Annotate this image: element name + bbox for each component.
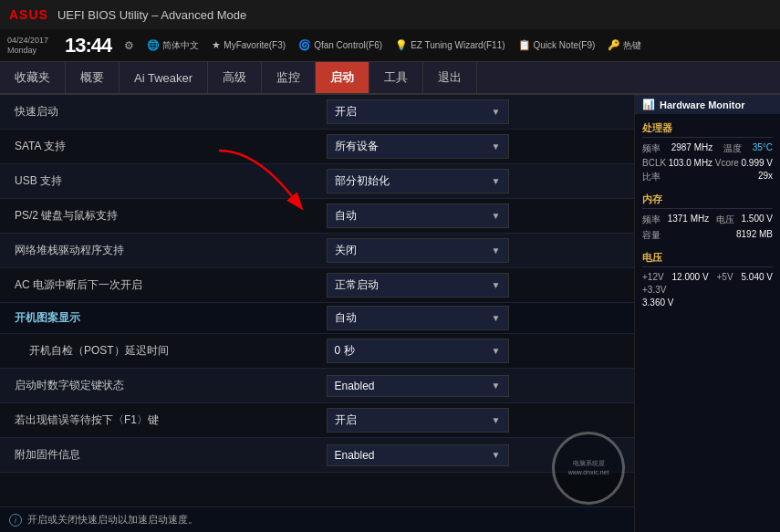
boot-logo-dropdown[interactable]: 自动 ▼ — [327, 306, 509, 330]
table-row: 开机自检（POST）延迟时间 0 秒 ▼ — [0, 334, 634, 369]
setting-value: 开启 ▼ — [317, 408, 635, 433]
ps2-dropdown[interactable]: 自动 ▼ — [327, 203, 509, 228]
bclk-value: 103.0 MHz — [669, 158, 712, 168]
clock-display: 13:44 — [65, 34, 111, 57]
setting-value: 开启 ▼ — [317, 99, 635, 124]
key-icon: 🔑 — [608, 39, 620, 51]
nav-item-boot[interactable]: 启动 — [316, 62, 369, 93]
monitor-row: +12V 12.000 V +5V 5.040 V — [642, 272, 773, 282]
bulb-icon: 💡 — [395, 39, 408, 51]
window-title: UEFI BIOS Utility – Advanced Mode — [57, 8, 246, 22]
sata-dropdown[interactable]: 所有设备 ▼ — [327, 134, 509, 159]
language-button[interactable]: 🌐 简体中文 — [147, 39, 199, 52]
setting-value: 所有设备 ▼ — [317, 134, 635, 159]
numlock-dropdown[interactable]: Enabled ▼ — [327, 375, 509, 397]
table-row: USB 支持 部分初始化 ▼ — [0, 164, 634, 199]
globe-icon: 🌐 — [147, 39, 160, 51]
setting-label: 开机自检（POST）延迟时间 — [0, 343, 317, 359]
monitor-row: 频率 1371 MHz 电压 1.500 V — [642, 214, 773, 226]
dropdown-value: 自动 — [335, 208, 357, 224]
setting-label: 附加固件信息 — [0, 447, 317, 463]
main-layout: 快速启动 开启 ▼ SATA 支持 所有设备 ▼ — [0, 95, 780, 532]
quicknote-button[interactable]: 📋 Quick Note(F9) — [518, 39, 596, 51]
mem-volt-label: 电压 — [716, 214, 734, 226]
status-bar: i 开启或关闭快速启动以加速启动速度。 — [0, 506, 634, 532]
setting-label: SATA 支持 — [0, 139, 317, 154]
ratio-value: 29x — [758, 171, 773, 183]
vcore-value: 0.999 V — [741, 158, 772, 168]
chevron-down-icon: ▼ — [492, 280, 501, 290]
setting-label: PS/2 键盘与鼠标支持 — [0, 208, 317, 224]
setting-value: 自动 ▼ — [317, 306, 635, 330]
info-icon-text: i — [15, 516, 16, 525]
cpu-section: 处理器 频率 2987 MHz 温度 35°C BCLK 103.0 MHz V… — [642, 121, 773, 183]
star-icon: ★ — [212, 39, 221, 51]
myfavorite-button[interactable]: ★ MyFavorite(F3) — [212, 39, 286, 51]
nav-item-exit[interactable]: 退出 — [423, 62, 477, 93]
dropdown-value: Enabled — [335, 449, 375, 462]
fan-icon: 🌀 — [298, 39, 311, 51]
section-header-label: 开机图案显示 — [0, 310, 317, 326]
firmware-info-dropdown[interactable]: Enabled ▼ — [327, 444, 509, 466]
status-text: 开启或关闭快速启动以加速启动速度。 — [27, 513, 198, 527]
chevron-down-icon: ▼ — [492, 346, 501, 356]
5v-label: +5V — [717, 272, 733, 282]
ac-power-dropdown[interactable]: 正常启动 ▼ — [327, 273, 509, 297]
table-row: SATA 支持 所有设备 ▼ — [0, 130, 634, 164]
chevron-down-icon: ▼ — [492, 381, 501, 391]
33v-label: +3.3V — [642, 285, 666, 295]
monitor-row: 比率 29x — [642, 171, 773, 183]
nav-item-tools[interactable]: 工具 — [369, 62, 423, 93]
hardware-monitor-panel: 📊 Hardware Monitor 处理器 频率 2987 MHz 温度 35… — [634, 95, 780, 532]
mem-volt-value: 1.500 V — [742, 214, 773, 226]
nav-item-overview[interactable]: 概要 — [66, 62, 120, 93]
eztuning-button[interactable]: 💡 EZ Tuning Wizard(F11) — [395, 39, 504, 51]
chevron-down-icon: ▼ — [492, 211, 501, 221]
mem-cap-label: 容量 — [642, 229, 660, 242]
usb-dropdown[interactable]: 部分初始化 ▼ — [327, 169, 509, 193]
qfan-button[interactable]: 🌀 Qfan Control(F6) — [298, 39, 382, 51]
dropdown-value: 所有设备 — [335, 139, 379, 154]
dropdown-value: 开启 — [335, 104, 357, 120]
vcore-label: Vcore — [715, 158, 739, 168]
setting-value: Enabled ▼ — [317, 444, 635, 466]
freq-label: 频率 — [642, 142, 660, 155]
table-row: 附加固件信息 Enabled ▼ — [0, 438, 634, 473]
quickboot-dropdown[interactable]: 开启 ▼ — [327, 99, 509, 124]
nav-item-ai-tweaker[interactable]: Ai Tweaker — [120, 62, 208, 93]
nav-item-favorites[interactable]: 收藏夹 — [0, 62, 66, 93]
dropdown-value: 部分初始化 — [335, 173, 390, 189]
qfan-label: Qfan Control(F6) — [314, 40, 382, 50]
f1-error-dropdown[interactable]: 开启 ▼ — [327, 408, 509, 433]
setting-label: USB 支持 — [0, 173, 317, 189]
hardware-monitor-title: 📊 Hardware Monitor — [635, 95, 780, 114]
dropdown-value: 正常启动 — [335, 277, 379, 293]
memory-section-title: 内存 — [642, 193, 773, 209]
cpu-section-title: 处理器 — [642, 121, 773, 138]
chevron-down-icon: ▼ — [492, 313, 501, 323]
setting-value: Enabled ▼ — [317, 375, 635, 397]
gear-icon[interactable]: ⚙ — [124, 39, 134, 52]
setting-label: 快速启动 — [0, 104, 317, 120]
dropdown-value: 关闭 — [335, 243, 357, 258]
post-delay-dropdown[interactable]: 0 秒 ▼ — [327, 339, 509, 363]
dropdown-value: 自动 — [335, 310, 357, 326]
setting-value: 0 秒 ▼ — [317, 339, 635, 363]
quicknote-label: Quick Note(F9) — [534, 40, 596, 50]
nav-bar: 收藏夹 概要 Ai Tweaker 高级 监控 启动 工具 退出 — [0, 62, 780, 95]
bclk-label: BCLK — [642, 158, 666, 168]
monitor-row: 3.360 V — [642, 297, 773, 308]
nav-item-advanced[interactable]: 高级 — [208, 62, 262, 93]
hotkey-button[interactable]: 🔑 热键 — [608, 39, 641, 52]
chevron-down-icon: ▼ — [492, 107, 501, 117]
nav-item-monitor[interactable]: 监控 — [262, 62, 316, 93]
title-bar: ASUS UEFI BIOS Utility – Advanced Mode — [0, 0, 780, 29]
chevron-down-icon: ▼ — [492, 176, 501, 186]
setting-label: 启动时数字锁定键状态 — [0, 378, 317, 393]
date-label: 04/24/2017 — [7, 36, 48, 46]
network-stack-dropdown[interactable]: 关闭 ▼ — [327, 238, 509, 263]
33v-value: 3.360 V — [642, 297, 673, 308]
12v-label: +12V — [642, 272, 664, 282]
memory-section: 内存 频率 1371 MHz 电压 1.500 V 容量 8192 MB — [642, 193, 773, 242]
table-row: PS/2 键盘与鼠标支持 自动 ▼ — [0, 199, 634, 234]
